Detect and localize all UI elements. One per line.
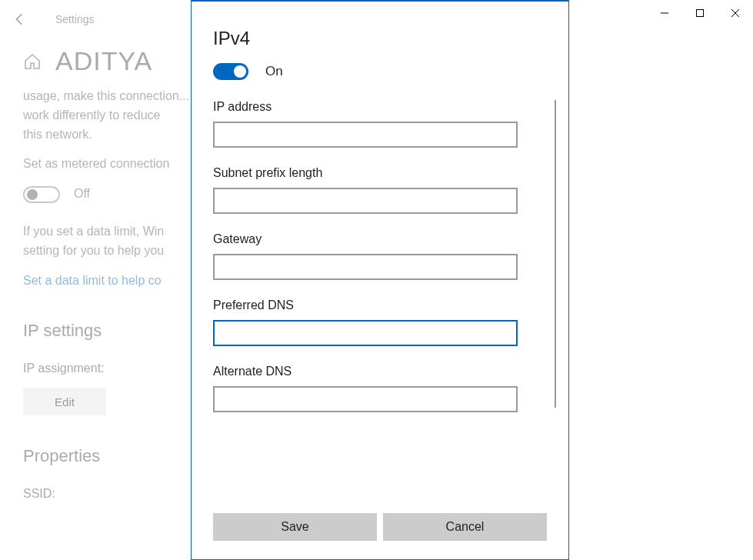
maximize-button[interactable] (682, 0, 718, 26)
edit-button[interactable]: Edit (23, 388, 106, 415)
preferred-dns-input[interactable] (213, 320, 518, 346)
toggle-on-label: On (265, 64, 283, 79)
body-line: usage, make this connection... (23, 89, 189, 102)
ip-address-input[interactable] (213, 122, 518, 148)
dialog-form: IP address Subnet prefix length Gateway … (213, 100, 547, 513)
ipv4-toggle[interactable] (213, 63, 248, 80)
ip-address-field: IP address (213, 100, 547, 148)
gateway-label: Gateway (213, 232, 547, 246)
dialog-scrollbar[interactable] (555, 100, 556, 408)
dialog-title: IPv4 (213, 28, 547, 49)
link-text[interactable]: Set a data limit to help co (23, 274, 162, 287)
save-button[interactable]: Save (213, 513, 377, 541)
subnet-field: Subnet prefix length (213, 166, 547, 214)
ip-address-label: IP address (213, 100, 547, 114)
close-button[interactable] (718, 0, 753, 26)
back-button[interactable] (9, 8, 31, 30)
alternate-dns-label: Alternate DNS (213, 365, 547, 378)
subnet-label: Subnet prefix length (213, 166, 547, 180)
body-line: work differently to reduce (23, 108, 160, 122)
preferred-dns-field: Preferred DNS (213, 298, 547, 346)
settings-title: Settings (55, 13, 95, 25)
cancel-button[interactable]: Cancel (383, 513, 547, 541)
window-caption-buttons (647, 0, 753, 26)
svg-rect-1 (697, 10, 704, 17)
gateway-field: Gateway (213, 232, 547, 280)
toggle-off-label: Off (74, 185, 90, 204)
home-icon[interactable] (23, 52, 42, 71)
ipv4-toggle-row: On (213, 63, 547, 80)
alternate-dns-field: Alternate DNS (213, 365, 547, 412)
gateway-input[interactable] (213, 254, 518, 280)
dialog-button-row: Save Cancel (213, 513, 547, 541)
body-line: setting for you to help you (23, 244, 164, 257)
subnet-input[interactable] (213, 188, 518, 214)
body-line: this network. (23, 128, 92, 141)
preferred-dns-label: Preferred DNS (213, 298, 547, 312)
alternate-dns-input[interactable] (213, 386, 518, 412)
page-title: ADITYA (55, 46, 152, 76)
ipv4-dialog: IPv4 On IP address Subnet prefix length … (191, 0, 569, 560)
minimize-button[interactable] (647, 0, 682, 26)
metered-toggle[interactable] (23, 186, 60, 203)
body-line: If you set a data limit, Win (23, 225, 164, 238)
